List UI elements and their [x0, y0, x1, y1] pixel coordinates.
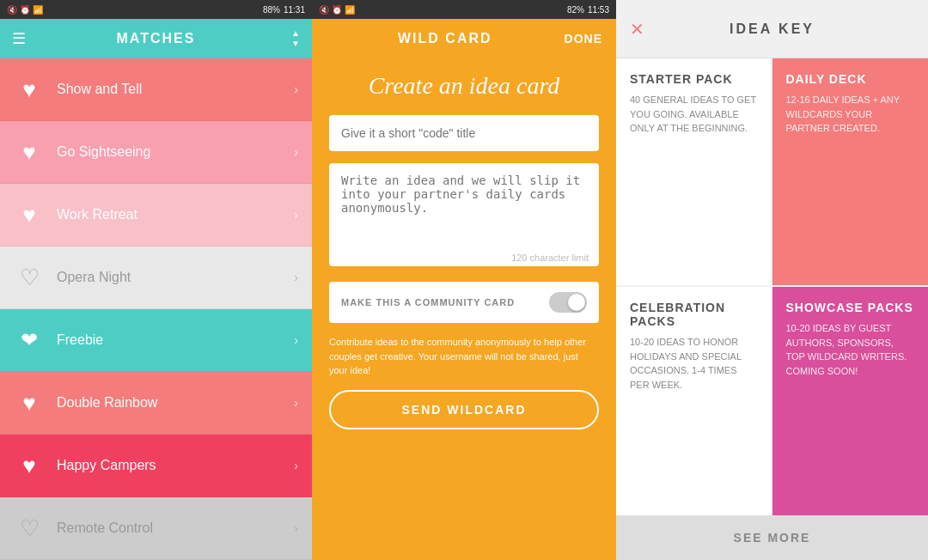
- sort-icon[interactable]: ▲ ▼: [291, 29, 300, 48]
- match-icon-heart-2: ♥: [14, 137, 45, 167]
- chevron-7: ›: [294, 459, 298, 472]
- wildcard-heading: Create an idea card: [329, 72, 599, 100]
- chevron-1: ›: [294, 82, 298, 96]
- starter-pack-desc: 40 GENERAL IDEAS TO GET YOU GOING. AVAIL…: [630, 93, 757, 136]
- status-bar-2-left: 🔇 ⏰ 📶: [319, 5, 355, 15]
- see-more-button[interactable]: SEE MORE: [734, 531, 811, 545]
- match-icon-heart-3: ♥: [14, 199, 45, 230]
- idea-card-celebration[interactable]: CELEBRATION PACKS 10-20 IDEAS TO HONOR H…: [616, 287, 772, 515]
- ideakey-footer: SEE MORE: [616, 515, 928, 560]
- chevron-8: ›: [294, 521, 298, 535]
- match-icon-heart-6: ♥: [14, 387, 45, 418]
- match-label-3: Work Retreat: [57, 207, 294, 222]
- idea-card-starter[interactable]: STARTER PACK 40 GENERAL IDEAS TO GET YOU…: [616, 58, 772, 287]
- idea-card-grid: STARTER PACK 40 GENERAL IDEAS TO GET YOU…: [616, 58, 928, 515]
- wildcard-title: WILD CARD: [326, 31, 565, 46]
- time-2: 11:53: [588, 5, 609, 15]
- daily-deck-desc: 12-16 DAILY IDEAS + ANY WILDCARDS YOUR P…: [786, 93, 915, 136]
- time-1: 11:31: [284, 5, 305, 15]
- status-bar-left: 🔇 ⏰ 📶: [7, 5, 43, 15]
- match-label-5: Freebie: [57, 332, 294, 348]
- close-icon[interactable]: ✕: [630, 19, 644, 40]
- match-label-7: Happy Campers: [57, 458, 294, 473]
- starter-pack-title: STARTER PACK: [630, 72, 757, 86]
- send-wildcard-button[interactable]: SEND WILDCARD: [329, 390, 599, 429]
- match-label-6: Double Rainbow: [57, 395, 294, 411]
- status-icons-2: 🔇 ⏰ 📶: [319, 5, 355, 15]
- idea-card-daily[interactable]: DAILY DECK 12-16 DAILY IDEAS + ANY WILDC…: [772, 58, 929, 287]
- chevron-3: ›: [294, 208, 298, 222]
- chevron-4: ›: [294, 271, 298, 284]
- sort-down-arrow: ▼: [291, 40, 300, 48]
- match-label-8: Remote Control: [57, 520, 294, 536]
- match-label-4: Opera Night: [57, 270, 294, 285]
- status-bar-2-right: 82% 11:53: [567, 5, 609, 15]
- toggle-knob: [568, 294, 585, 311]
- char-limit-label: 120 character limit: [511, 253, 589, 263]
- match-icon-heart-7: ♥: [14, 450, 45, 481]
- matches-header: ☰ MATCHES ▲ ▼: [0, 19, 312, 58]
- match-item-happy-campers[interactable]: ♥ Happy Campers ›: [0, 435, 312, 497]
- menu-icon[interactable]: ☰: [12, 29, 26, 48]
- status-icons: 🔇 ⏰ 📶: [7, 5, 43, 15]
- match-list: ♥ Show and Tell › ♥ Go Sightseeing › ♥ W…: [0, 58, 312, 560]
- wildcard-title-input[interactable]: [329, 115, 599, 151]
- celebration-packs-title: CELEBRATION PACKS: [630, 301, 757, 328]
- community-toggle[interactable]: [549, 292, 587, 313]
- daily-deck-title: DAILY DECK: [786, 72, 915, 86]
- status-bar-1: 🔇 ⏰ 📶 88% 11:31: [0, 0, 312, 19]
- ideakey-header: ✕ IDEA KEY: [616, 0, 928, 58]
- match-item-work-retreat[interactable]: ♥ Work Retreat ›: [0, 184, 312, 247]
- panel-matches: 🔇 ⏰ 📶 88% 11:31 ☰ MATCHES ▲ ▼ ♥ Show and…: [0, 0, 312, 560]
- community-card-label: MAKE THIS A COMMUNITY CARD: [341, 297, 515, 307]
- match-icon-heart-8: ♡: [14, 513, 45, 544]
- wildcard-idea-textarea[interactable]: [329, 163, 599, 266]
- wildcard-textarea-wrap: 120 character limit: [329, 163, 599, 270]
- chevron-6: ›: [294, 396, 298, 410]
- showcase-packs-title: SHOWCASE PACKS: [786, 301, 915, 314]
- match-item-remote-control[interactable]: ♡ Remote Control ›: [0, 497, 312, 560]
- showcase-packs-desc: 10-20 IDEAS BY GUEST AUTHORS, SPONSORS, …: [786, 321, 915, 378]
- ideakey-title: IDEA KEY: [730, 21, 815, 37]
- match-item-show-and-tell[interactable]: ♥ Show and Tell ›: [0, 58, 312, 121]
- panel-ideakey: ✕ IDEA KEY STARTER PACK 40 GENERAL IDEAS…: [616, 0, 928, 560]
- chevron-2: ›: [294, 145, 298, 159]
- community-description: Contribute ideas to the community anonym…: [329, 335, 599, 378]
- match-item-go-sightseeing[interactable]: ♥ Go Sightseeing ›: [0, 121, 312, 184]
- battery-1: 88%: [263, 5, 280, 15]
- matches-title: MATCHES: [117, 31, 196, 46]
- status-bar-right: 88% 11:31: [263, 5, 305, 15]
- done-button[interactable]: DONE: [565, 32, 602, 46]
- chevron-5: ›: [294, 333, 298, 347]
- wildcard-body: Create an idea card 120 character limit …: [312, 58, 616, 560]
- match-label-1: Show and Tell: [57, 82, 294, 97]
- community-toggle-row: MAKE THIS A COMMUNITY CARD: [329, 282, 599, 323]
- battery-2: 82%: [567, 5, 584, 15]
- match-item-opera-night[interactable]: ♡ Opera Night ›: [0, 247, 312, 309]
- match-icon-heart-4: ♡: [14, 262, 45, 293]
- celebration-packs-desc: 10-20 IDEAS TO HONOR HOLIDAYS AND SPECIA…: [630, 335, 757, 392]
- match-label-2: Go Sightseeing: [57, 144, 294, 160]
- match-icon-heart-1: ♥: [14, 74, 45, 105]
- status-bar-2: 🔇 ⏰ 📶 82% 11:53: [312, 0, 616, 19]
- sort-up-arrow: ▲: [291, 29, 300, 38]
- wildcard-header: WILD CARD DONE: [312, 19, 616, 58]
- match-icon-heart-5: ❤: [14, 325, 45, 356]
- match-item-double-rainbow[interactable]: ♥ Double Rainbow ›: [0, 372, 312, 435]
- idea-card-showcase[interactable]: SHOWCASE PACKS 10-20 IDEAS BY GUEST AUTH…: [772, 287, 929, 515]
- panel-wildcard: 🔇 ⏰ 📶 82% 11:53 WILD CARD DONE Create an…: [312, 0, 616, 560]
- match-item-freebie[interactable]: ❤ Freebie ›: [0, 309, 312, 372]
